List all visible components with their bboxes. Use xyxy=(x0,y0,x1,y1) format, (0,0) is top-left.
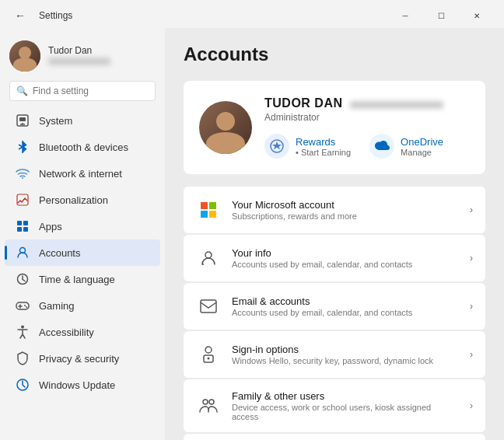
svg-rect-25 xyxy=(201,202,208,209)
svg-point-20 xyxy=(24,305,26,306)
privacy-label: Privacy & security xyxy=(39,353,119,365)
network-icon xyxy=(16,166,30,180)
svg-point-29 xyxy=(205,252,212,258)
personalization-label: Personalization xyxy=(39,194,108,206)
minimize-button[interactable]: ─ xyxy=(387,5,423,26)
svg-rect-26 xyxy=(209,202,216,209)
nav-item-personalization[interactable]: Personalization xyxy=(5,187,160,213)
signin-title: Sign-in options xyxy=(232,344,459,355)
settings-item-your-info[interactable]: Your info Accounts used by email, calend… xyxy=(184,235,485,281)
maximize-button[interactable]: ☐ xyxy=(423,5,459,26)
privacy-icon xyxy=(16,351,30,365)
svg-point-22 xyxy=(21,326,24,329)
update-label: Windows Update xyxy=(39,379,115,391)
profile-info: TUDOR DAN Administrator Rewards • Start … xyxy=(264,96,470,159)
onedrive-text: OneDrive Manage xyxy=(401,136,443,157)
nav-item-system[interactable]: System xyxy=(5,107,160,134)
settings-item-family[interactable]: Family & other users Device access, work… xyxy=(184,379,485,432)
email-title: Email & accounts xyxy=(232,295,459,307)
signin-icon xyxy=(196,342,221,367)
titlebar: ← Settings ─ ☐ ✕ xyxy=(0,0,504,28)
svg-rect-28 xyxy=(209,211,216,218)
onedrive-icon xyxy=(369,134,394,159)
avatar-image xyxy=(9,40,40,72)
user-name-text: Tudor Dan xyxy=(48,45,110,56)
microsoft-account-sub: Subscriptions, rewards and more xyxy=(232,211,459,221)
microsoft-account-chevron: › xyxy=(470,204,473,215)
svg-point-33 xyxy=(208,358,210,360)
nav-item-time[interactable]: Time & language xyxy=(5,266,160,292)
bluetooth-icon xyxy=(16,140,30,154)
rewards-text: Rewards • Start Earning xyxy=(296,136,351,157)
nav-item-gaming[interactable]: Gaming xyxy=(5,292,160,319)
nav-item-apps[interactable]: Apps xyxy=(5,213,160,239)
settings-item-signin[interactable]: Sign-in options Windows Hello, security … xyxy=(184,331,485,378)
gaming-icon xyxy=(16,299,30,313)
profile-card: TUDOR DAN Administrator Rewards • Start … xyxy=(184,81,485,174)
family-sub: Device access, work or school users, kio… xyxy=(232,403,459,421)
nav-item-update[interactable]: Windows Update xyxy=(5,372,160,398)
rewards-label: Rewards xyxy=(296,136,351,148)
svg-rect-11 xyxy=(17,227,22,232)
family-icon xyxy=(196,393,221,418)
family-chevron: › xyxy=(470,400,473,411)
profile-actions: Rewards • Start Earning OneDrive Manage xyxy=(264,134,470,159)
search-icon: 🔍 xyxy=(16,86,28,96)
your-info-text: Your info Accounts used by email, calend… xyxy=(232,247,459,269)
app-container: Tudor Dan 🔍 System Bluetooth & devices xyxy=(0,28,504,440)
accessibility-icon xyxy=(16,325,30,339)
nav-item-accounts[interactable]: Accounts xyxy=(5,239,160,266)
back-button[interactable]: ← xyxy=(9,5,31,26)
sidebar: Tudor Dan 🔍 System Bluetooth & devices xyxy=(0,28,165,440)
svg-rect-17 xyxy=(16,302,29,309)
sidebar-user-info: Tudor Dan xyxy=(0,34,165,81)
nav-item-bluetooth[interactable]: Bluetooth & devices xyxy=(5,134,160,160)
svg-rect-9 xyxy=(17,221,22,225)
svg-point-34 xyxy=(203,400,208,404)
accounts-icon xyxy=(16,246,30,260)
bluetooth-label: Bluetooth & devices xyxy=(39,141,128,153)
svg-point-7 xyxy=(22,177,23,179)
titlebar-controls: ─ ☐ ✕ xyxy=(387,5,495,26)
settings-item-email[interactable]: Email & accounts Accounts used by email,… xyxy=(184,283,485,330)
onedrive-label: OneDrive xyxy=(401,136,443,148)
profile-name: TUDOR DAN xyxy=(264,96,343,110)
profile-avatar xyxy=(199,101,252,154)
settings-item-backup[interactable]: Windows backup Back up your files, apps,… xyxy=(184,434,485,440)
nav-item-network[interactable]: Network & internet xyxy=(5,160,160,187)
user-email-blur xyxy=(48,58,110,65)
email-text: Email & accounts Accounts used by email,… xyxy=(232,295,459,317)
nav-item-accessibility[interactable]: Accessibility xyxy=(5,319,160,345)
email-icon xyxy=(196,294,221,319)
email-chevron: › xyxy=(470,301,473,312)
nav-item-privacy[interactable]: Privacy & security xyxy=(5,345,160,372)
profile-role: Administrator xyxy=(264,112,470,123)
microsoft-account-title: Your Microsoft account xyxy=(232,199,459,211)
svg-line-16 xyxy=(23,280,25,281)
profile-email-blur xyxy=(350,101,443,109)
close-button[interactable]: ✕ xyxy=(459,5,495,26)
settings-item-microsoft-account[interactable]: Your Microsoft account Subscriptions, re… xyxy=(184,187,485,233)
time-label: Time & language xyxy=(39,274,115,285)
your-info-icon xyxy=(196,246,221,271)
signin-chevron: › xyxy=(470,349,473,360)
update-icon xyxy=(16,378,30,392)
search-box[interactable]: 🔍 xyxy=(9,81,156,101)
settings-list: Your Microsoft account Subscriptions, re… xyxy=(184,187,485,440)
network-label: Network & internet xyxy=(39,168,122,180)
microsoft-account-icon xyxy=(196,197,221,222)
your-info-chevron: › xyxy=(470,253,473,264)
your-info-title: Your info xyxy=(232,247,459,259)
profile-name-line: TUDOR DAN xyxy=(264,96,470,110)
time-icon xyxy=(16,272,30,286)
accessibility-label: Accessibility xyxy=(39,327,94,338)
rewards-action[interactable]: Rewards • Start Earning xyxy=(264,134,351,159)
content-area: Accounts TUDOR DAN Administrator Reward xyxy=(165,28,504,440)
search-input[interactable] xyxy=(33,86,149,96)
system-label: System xyxy=(39,115,72,127)
onedrive-sub: Manage xyxy=(401,148,443,157)
onedrive-action[interactable]: OneDrive Manage xyxy=(369,134,443,159)
svg-rect-12 xyxy=(23,227,28,232)
apps-icon xyxy=(16,219,30,233)
avatar xyxy=(9,40,40,72)
